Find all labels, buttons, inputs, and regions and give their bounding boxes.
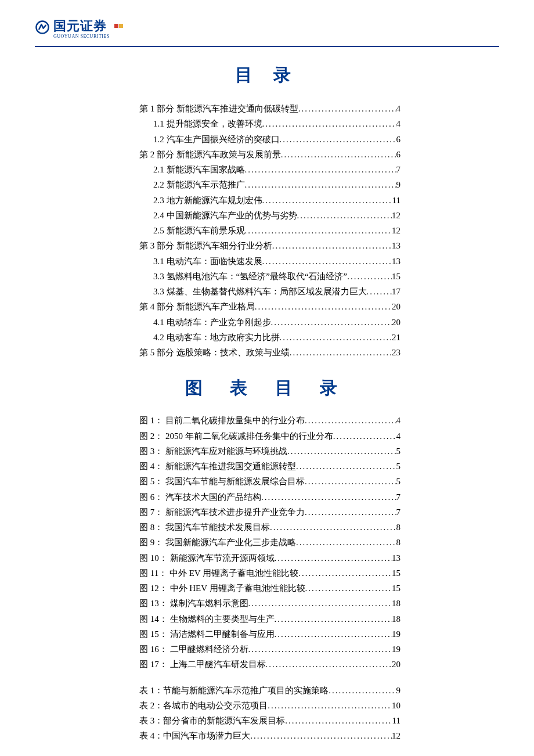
list-of-figures: 图 1： 目前二氧化碳排放量集中的行业分布4图 2： 2050 年前二氧化碳减排… [35,413,499,672]
toc-entry-page: 6 [396,147,401,162]
toc-entry-label: 图 13： 煤制汽车燃料示意图 [139,596,248,611]
toc-entry-label: 3.1 电动汽车：面临快速发展 [153,254,262,269]
toc-entry-label: 2.4 中国新能源汽车产业的优势与劣势 [153,208,297,223]
toc-entry-label: 图 12： 中外 HEV 用锂离子蓄电池性能比较 [139,581,305,596]
toc-entry-page: 13 [392,254,400,269]
toc-entry-label: 图 17： 上海二甲醚汽车研发目标 [139,657,266,672]
toc-entry-page: 4 [396,413,401,428]
toc-entry-label: 图 5： 我国汽车节能与新能源发展综合目标 [139,474,305,489]
dot-leader [245,223,392,238]
toc-entry-page: 9 [396,683,401,698]
dot-leader [271,315,392,330]
dot-leader [298,101,396,116]
toc-entry-label: 2.2 新能源汽车示范推广 [153,177,245,192]
logo-flag-icon [114,24,123,28]
toc-entry-page: 10 [392,698,400,713]
toc-entry-label: 图 10： 新能源汽车节流开源两领域 [139,550,275,566]
toc-entry-page: 13 [392,550,400,566]
toc-entry-page: 15 [392,581,400,596]
toc-entry-page: 9 [396,177,401,192]
dot-leader [305,581,392,596]
toc-subsection-row: 3.3 煤基、生物基替代燃料汽车：局部区域发展潜力巨大 17 [139,284,400,299]
dot-leader [248,642,392,657]
toc-entry-label: 第 5 部分 选股策略：技术、政策与业绩 [139,345,290,360]
dot-leader [333,429,396,444]
dot-leader [275,550,392,566]
toc-entry-page: 19 [392,627,400,642]
toc-section-row: 第 3 部分 新能源汽车细分行业分析13 [139,238,400,253]
toc-entry-label: 2.3 地方新能源汽车规划宏伟 [153,193,262,208]
toc-entry-label: 2.5 新能源汽车前景乐观 [153,223,245,238]
toc-entry-label: 表 1：节能与新能源汽车示范推广项目的实施策略 [139,683,329,698]
dot-leader [262,254,392,269]
toc-entry-label: 3.3 煤基、生物基替代燃料汽车：局部区域发展潜力巨大 [153,284,367,299]
dot-leader [270,520,396,535]
dot-leader [281,147,396,162]
toc-entry-label: 图 3： 新能源汽车应对能源与环境挑战 [139,444,287,459]
logo-text-block: 国元证券 GUOYUAN SECURITIES [53,17,110,39]
toc-entry-label: 第 2 部分 新能源汽车政策与发展前景 [139,147,281,162]
dot-leader [262,116,396,131]
toc-subsection-row: 4.2 电动客车：地方政府实力比拼 21 [139,330,400,345]
toc-entry-page: 5 [396,459,401,474]
toc-entry-label: 图 9： 我国新能源汽车产业化三步走战略 [139,535,296,550]
toc-entry-label: 表 4：中国汽车市场潜力巨大 [139,728,250,743]
dot-leader [245,177,396,192]
toc-entry-page: 4 [396,116,401,131]
toc-subsection-row: 3.1 电动汽车：面临快速发展 13 [139,254,400,269]
toc-entry-label: 第 4 部分 新能源汽车产业格局 [139,299,255,314]
toc-entry-page: 23 [392,345,400,360]
toc-entry-label: 1.1 提升能源安全，改善环境 [153,116,262,131]
dot-leader [275,627,392,642]
figure-entry-row: 图 9： 我国新能源汽车产业化三步走战略8 [139,535,400,550]
toc-entry-page: 12 [392,208,400,223]
dot-leader [290,345,392,360]
toc-entry-page: 20 [392,299,400,314]
toc-subsection-row: 1.2 汽车生产国振兴经济的突破口6 [139,132,400,147]
toc-entry-label: 表 3：部分省市的新能源汽车发展目标 [139,713,285,728]
logo-icon [35,20,50,37]
figure-entry-row: 图 13： 煤制汽车燃料示意图18 [139,596,400,611]
toc-entry-label: 图 8： 我国汽车节能技术发展目标 [139,520,270,535]
toc-subsection-row: 2.2 新能源汽车示范推广9 [139,177,400,192]
dot-leader [255,299,392,314]
toc-entry-label: 表 2：各城市的电动公交示范项目 [139,698,268,713]
toc-entry-page: 15 [392,566,400,581]
toc-entry-label: 4.1 电动轿车：产业竞争刚起步 [153,315,271,330]
dot-leader [280,132,396,147]
figures-title: 图 表 目 录 [35,376,499,400]
dot-leader [275,611,392,627]
figure-entry-row: 图 12： 中外 HEV 用锂离子蓄电池性能比较15 [139,581,400,596]
dot-leader [285,713,392,728]
toc-entry-label: 第 3 部分 新能源汽车细分行业分析 [139,238,272,253]
dot-leader [261,489,396,505]
toc-entry-page: 18 [392,596,400,611]
toc-entry-label: 3.3 氢燃料电池汽车：“氢经济”最终取代“石油经济” [153,269,347,284]
toc-subsection-row: 2.1 新能源汽车国家战略7 [139,162,400,177]
dot-leader [296,459,396,474]
dot-leader [298,566,392,581]
figure-entry-row: 图 6： 汽车技术大国的产品结构7 [139,489,400,505]
toc-subsection-row: 3.3 氢燃料电池汽车：“氢经济”最终取代“石油经济” 15 [139,269,400,284]
toc-entry-page: 20 [392,657,400,672]
toc-entry-page: 18 [392,611,400,627]
toc-entry-page: 7 [396,162,401,177]
figure-entry-row: 图 11： 中外 EV 用锂离子蓄电池性能比较15 [139,566,400,581]
table-entry-row: 表 3：部分省市的新能源汽车发展目标11 [139,713,400,728]
dot-leader [262,193,392,208]
dot-leader [280,330,392,345]
dot-leader [305,413,396,428]
toc-entry-label: 图 7： 新能源汽车技术进步提升产业竞争力 [139,505,305,520]
toc-entry-page: 5 [396,474,401,489]
logo-text-en: GUOYUAN SECURITIES [53,34,110,39]
dot-leader [287,444,396,459]
toc-entry-page: 20 [392,315,400,330]
toc-entry-label: 图 14： 生物燃料的主要类型与生产 [139,611,275,627]
toc-entry-label: 图 4： 新能源汽车推进我国交通能源转型 [139,459,296,474]
toc-entry-page: 11 [392,193,400,208]
toc-subsection-row: 1.1 提升能源安全，改善环境4 [139,116,400,131]
figure-entry-row: 图 8： 我国汽车节能技术发展目标8 [139,520,400,535]
logo-text-cn: 国元证券 [53,17,107,35]
dot-leader [248,596,392,611]
toc-entry-label: 图 6： 汽车技术大国的产品结构 [139,489,261,505]
